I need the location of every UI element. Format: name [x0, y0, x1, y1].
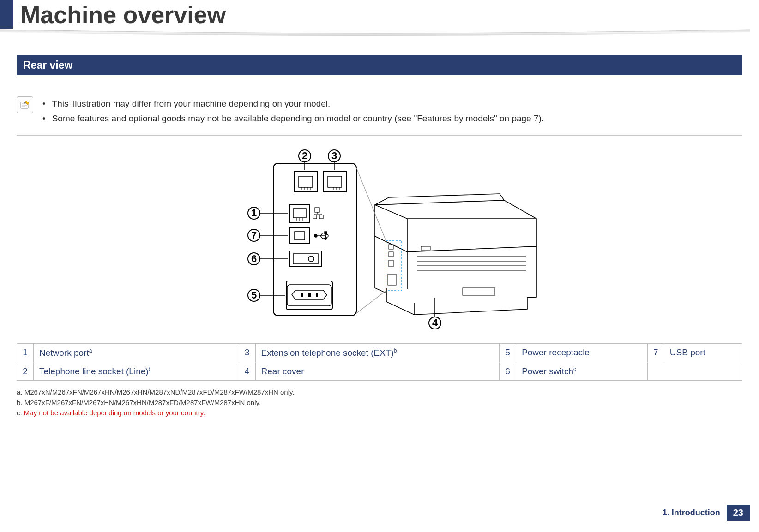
footer-chapter: 1. Introduction [663, 508, 727, 518]
footnote-c: c. May not be available depending on mod… [17, 408, 742, 418]
part-num [647, 362, 664, 380]
part-label: Rear cover [255, 362, 500, 380]
part-label: Power switchc [516, 362, 648, 380]
part-num: 7 [647, 343, 664, 362]
part-label: Telephone line socket (Line)b [34, 362, 239, 380]
part-num: 3 [239, 343, 255, 362]
table-row: 1 Network porta 3 Extension telephone so… [17, 343, 742, 362]
note-icon [17, 96, 33, 113]
footer-page-number: 23 [727, 505, 750, 521]
callout-7: 7 [251, 229, 257, 241]
callout-4: 4 [432, 317, 438, 329]
part-num: 5 [500, 343, 516, 362]
page-header: Machine overview [0, 0, 759, 37]
note-list: This illustration may differ from your m… [42, 96, 544, 126]
part-num: 1 [17, 343, 34, 362]
rear-view-illustration: 2 3 1 7 6 5 [17, 149, 742, 329]
callout-3: 3 [331, 150, 337, 161]
svg-point-16 [325, 237, 327, 239]
table-row: 2 Telephone line socket (Line)b 4 Rear c… [17, 362, 742, 380]
part-num: 4 [239, 362, 255, 380]
footnote-a: a. M267xN/M267xFN/M267xHN/M267xHN/M287xN… [17, 387, 742, 398]
svg-point-13 [314, 234, 317, 237]
parts-table: 1 Network porta 3 Extension telephone so… [17, 343, 742, 381]
svg-rect-22 [301, 293, 303, 297]
svg-rect-24 [316, 293, 318, 297]
part-label: Extension telephone socket (EXT)b [255, 343, 500, 362]
part-label: Network porta [34, 343, 239, 362]
note-block: This illustration may differ from your m… [17, 94, 742, 136]
callout-2: 2 [302, 150, 307, 161]
footnotes: a. M267xN/M267xFN/M267xHN/M267xHN/M287xN… [17, 387, 742, 418]
callout-5: 5 [251, 289, 257, 301]
svg-rect-15 [325, 232, 327, 234]
svg-rect-23 [308, 293, 311, 297]
part-num: 6 [500, 362, 516, 380]
header-accent [0, 0, 13, 29]
section-header: Rear view [17, 55, 742, 75]
page-title: Machine overview [18, 0, 759, 29]
footnote-b: b. M267xF/M267xFN/M267xHN/M267xHN/M287xF… [17, 398, 742, 408]
part-num: 2 [17, 362, 34, 380]
part-label: Power receptacle [516, 343, 648, 362]
page-content: Rear view This illustration may differ f… [0, 37, 759, 418]
callout-1: 1 [251, 207, 257, 219]
page-footer: 1. Introduction 23 [663, 505, 750, 521]
callout-6: 6 [251, 253, 257, 264]
note-item: Some features and optional goods may not… [42, 111, 544, 126]
header-underline [0, 29, 750, 37]
part-label [664, 362, 742, 380]
part-label: USB port [664, 343, 742, 362]
note-item: This illustration may differ from your m… [42, 96, 544, 111]
